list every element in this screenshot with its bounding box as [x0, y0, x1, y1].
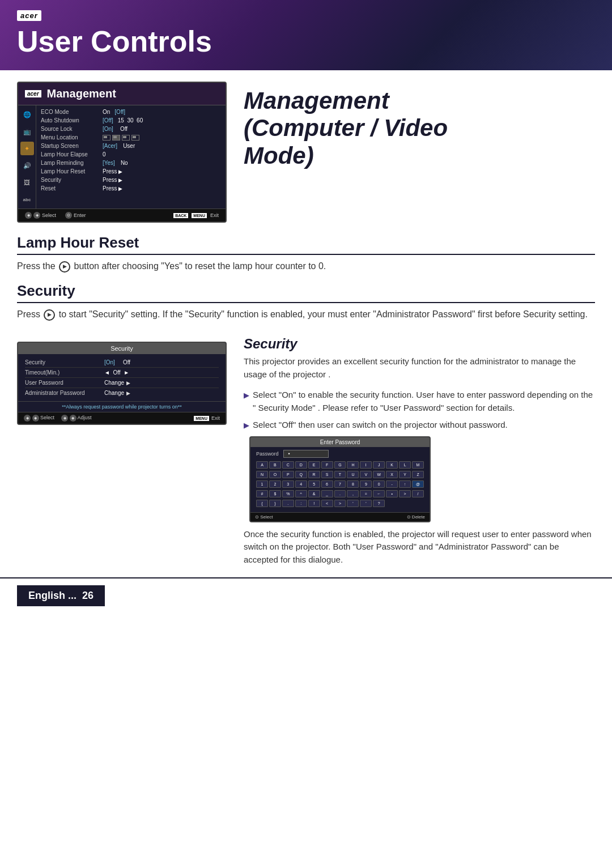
key-Y[interactable]: Y — [399, 471, 411, 478]
right-column-title: Management(Computer / VideoMode) — [244, 82, 595, 223]
osd-footer: ◈ ◈ Select ⊙ Enter BACK MENU Exit — [18, 209, 226, 222]
key-I[interactable]: I — [360, 461, 372, 469]
key-back[interactable]: ← — [373, 490, 385, 497]
key-U[interactable]: U — [347, 471, 359, 478]
key-squote[interactable]: ' — [347, 500, 359, 507]
key-comma[interactable]: , — [347, 490, 359, 497]
key-gt[interactable]: > — [399, 490, 411, 497]
key-P[interactable]: P — [282, 471, 294, 478]
osd-content-area: 🌐 📺 ✦ 🔊 🖼 abc ECO Mode On [Off] Auto S — [18, 105, 226, 209]
key-bullet[interactable]: • — [386, 490, 398, 497]
key-S[interactable]: S — [321, 471, 333, 478]
key-N[interactable]: N — [256, 471, 268, 478]
key-amp[interactable]: & — [308, 490, 320, 497]
key-rbrace[interactable]: } — [269, 500, 281, 507]
key-6[interactable]: 6 — [321, 480, 333, 488]
key-A[interactable]: A — [256, 461, 268, 469]
key-uparrow[interactable]: ↑ — [399, 480, 411, 488]
key-G[interactable]: G — [334, 461, 346, 469]
key-E[interactable]: E — [308, 461, 320, 469]
key-dquote[interactable]: ' — [360, 500, 372, 507]
key-2[interactable]: 2 — [269, 480, 281, 488]
osd-icon-star: ✦ — [20, 142, 34, 155]
play-button-icon-2 — [44, 309, 55, 321]
lamp-hour-heading: Lamp Hour Reset — [17, 234, 595, 255]
key-question[interactable]: ? — [373, 500, 385, 507]
page-header: acer User Controls — [0, 0, 612, 70]
osd-row-reset: Reset Press ▶ — [41, 184, 221, 193]
key-O[interactable]: O — [269, 471, 281, 478]
key-L[interactable]: L — [399, 461, 411, 469]
key-caret[interactable]: ^ — [295, 490, 307, 497]
key-8[interactable]: 8 — [347, 480, 359, 488]
security-detail-section: Security This projector provides an exce… — [244, 336, 595, 381]
keyboard-row-5: { } . : ! < > ' ' ? — [256, 500, 424, 507]
key-dash[interactable]: - — [386, 480, 398, 488]
key-T[interactable]: T — [334, 471, 346, 478]
osd-row-eco: ECO Mode On [Off] — [41, 108, 221, 116]
security-osd-screen: Security Security [On] Off Timeout(Min.)… — [17, 342, 227, 425]
key-dollar[interactable]: $ — [269, 490, 281, 497]
security-detail-text: This projector provides an excellent sec… — [244, 355, 595, 381]
key-M[interactable]: M — [412, 461, 424, 469]
key-F[interactable]: F — [321, 461, 333, 469]
key-slash[interactable]: / — [412, 490, 424, 497]
key-V[interactable]: V — [360, 471, 372, 478]
keyboard-row-4: # $ % ^ & _ . , = ← • > / — [256, 490, 424, 497]
key-C[interactable]: C — [282, 461, 294, 469]
security-heading: Security — [17, 282, 595, 303]
key-4[interactable]: 4 — [295, 480, 307, 488]
key-Q[interactable]: Q — [295, 471, 307, 478]
osd-icon-globe: 🌐 — [20, 108, 34, 121]
key-H[interactable]: H — [347, 461, 359, 469]
key-K[interactable]: K — [386, 461, 398, 469]
language-page-indicator: English ... 26 — [17, 585, 105, 606]
osd-icon-abc: abc — [20, 193, 34, 206]
key-D[interactable]: D — [295, 461, 307, 469]
key-5[interactable]: 5 — [308, 480, 320, 488]
keyboard-row-2: N O P Q R S T U V W X Y Z — [256, 471, 424, 478]
key-under[interactable]: _ — [321, 490, 333, 497]
key-X[interactable]: X — [386, 471, 398, 478]
key-9[interactable]: 9 — [360, 480, 372, 488]
password-osd-footer: ⊙ Select ⊙ Delete — [250, 512, 430, 521]
key-dot[interactable]: . — [334, 490, 346, 497]
security-osd-footer: ◈ ◈ Select ◈ ◈ Adjust MENU Exit — [18, 412, 226, 424]
key-excl[interactable]: ! — [308, 500, 320, 507]
key-J[interactable]: J — [373, 461, 385, 469]
keyboard-row-3: 1 2 3 4 5 6 7 8 9 0 - ↑ @ — [256, 480, 424, 488]
left-column: acer Management 🌐 📺 ✦ 🔊 🖼 abc ECO Mode — [17, 82, 232, 223]
key-R[interactable]: R — [308, 471, 320, 478]
osd-row-menuloc: Menu Location — [41, 133, 221, 142]
security-osd-body: Security [On] Off Timeout(Min.) ◄ Off ► … — [18, 354, 226, 401]
enter-password-osd: Enter Password Password • A B C D E F G … — [249, 436, 431, 522]
security-detail-heading: Security — [244, 336, 595, 352]
key-3[interactable]: 3 — [282, 480, 294, 488]
key-0[interactable]: 0 — [373, 480, 385, 488]
acer-logo: acer — [17, 10, 41, 21]
key-hash[interactable]: # — [256, 490, 268, 497]
key-lt[interactable]: < — [321, 500, 333, 507]
security-bullet-2: ▶ Select "Off" then user can switch on t… — [244, 419, 595, 432]
osd-header: acer Management — [18, 83, 226, 105]
key-percent[interactable]: % — [282, 490, 294, 497]
key-equals[interactable]: = — [360, 490, 372, 497]
security-osd-row-adminpass: Administrator Password Change ▶ — [25, 388, 219, 398]
key-gt2[interactable]: > — [334, 500, 346, 507]
lower-right-column: Security This projector provides an exce… — [244, 336, 595, 566]
key-1[interactable]: 1 — [256, 480, 268, 488]
osd-menu: ECO Mode On [Off] Auto Shutdown [Off] 15… — [36, 105, 226, 209]
key-at[interactable]: @ — [412, 480, 424, 488]
osd-icon-image: 🖼 — [20, 176, 34, 189]
main-content: acer Management 🌐 📺 ✦ 🔊 🖼 abc ECO Mode — [0, 70, 612, 234]
play-button-icon — [59, 261, 70, 273]
key-W[interactable]: W — [373, 471, 385, 478]
key-7[interactable]: 7 — [334, 480, 346, 488]
key-B[interactable]: B — [269, 461, 281, 469]
header-logo-area: acer — [17, 10, 595, 21]
key-dot2[interactable]: . — [282, 500, 294, 507]
key-lbrace[interactable]: { — [256, 500, 268, 507]
key-Z[interactable]: Z — [412, 471, 424, 478]
key-colon[interactable]: : — [295, 500, 307, 507]
password-input-row: Password • — [256, 450, 424, 458]
